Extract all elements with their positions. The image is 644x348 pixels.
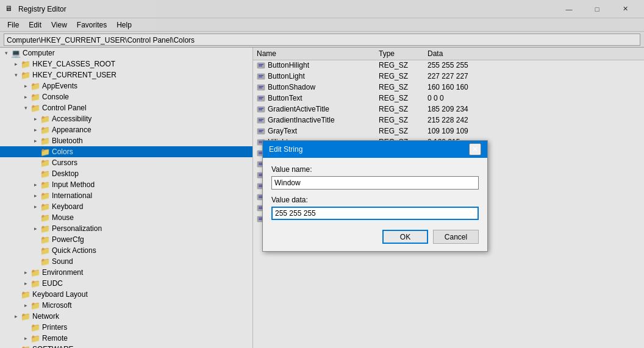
dialog-title-bar: Edit String ✕	[263, 141, 487, 158]
modal-overlay: Edit String ✕ Value name: Value data: OK…	[0, 0, 644, 348]
value-data-label: Value data:	[271, 196, 479, 204]
value-name-label: Value name:	[271, 165, 479, 174]
edit-string-dialog: Edit String ✕ Value name: Value data: OK…	[262, 140, 488, 252]
dialog-title: Edit String	[269, 145, 469, 154]
value-name-input[interactable]	[271, 176, 479, 190]
cancel-button[interactable]: Cancel	[433, 230, 479, 244]
value-data-input[interactable]	[271, 207, 479, 220]
dialog-close-button[interactable]: ✕	[469, 143, 481, 155]
ok-button[interactable]: OK	[382, 230, 428, 244]
dialog-body: Value name: Value data: OK Cancel	[263, 158, 487, 251]
dialog-buttons: OK Cancel	[271, 230, 479, 244]
